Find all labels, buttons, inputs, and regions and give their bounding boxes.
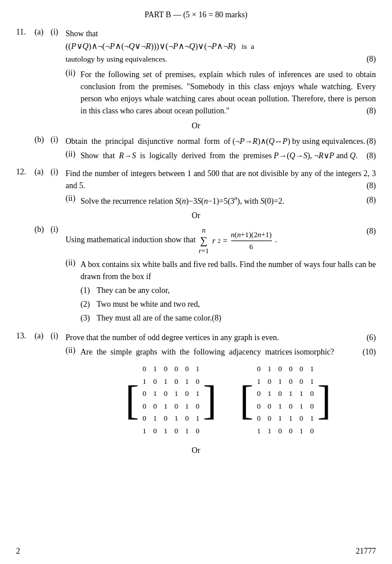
q12a-ii-sub: (ii) bbox=[66, 194, 80, 203]
q11a-ii-marks: (8) bbox=[367, 105, 376, 117]
q12a-i-content: Find the number of integers between 1 an… bbox=[66, 167, 376, 192]
q11b-row: (b) (i) Obtain the principal disjunctive… bbox=[34, 135, 376, 147]
q12b-ii-sub1: (1) They can be any color, bbox=[80, 284, 376, 296]
q12a-part: (a) bbox=[34, 167, 51, 177]
question-12: 12. (a) (i) Find the number of integers … bbox=[16, 167, 376, 326]
q12b-ii-sub: (ii) bbox=[66, 258, 80, 268]
q11-row: 11. (a) (i) Show that ((P∨Q)∧¬(¬P∧(¬Q∨¬R… bbox=[16, 28, 376, 66]
page-number: 2 bbox=[16, 547, 20, 556]
or-divider-2: Or bbox=[16, 211, 376, 220]
question-13: 13. (a) (i) Prove that the number of odd… bbox=[16, 331, 376, 455]
doc-number: 21777 bbox=[356, 547, 376, 556]
q11a-i-formula: ((P∨Q)∧¬(¬P∧(¬Q∨¬R)))∨(¬P∧¬Q)∨(¬P∧¬R) is… bbox=[66, 40, 376, 66]
q11b-ii-row: (ii) Show that R→S is logically derived … bbox=[66, 150, 376, 162]
matrices-container: [ 010001 101010 010101 001010 010101 101… bbox=[80, 363, 376, 437]
q12b-ii-sub2: (2) Two must be white and two red, bbox=[80, 298, 376, 310]
q13a-i-content: Prove that the number of odd degree vert… bbox=[66, 331, 376, 344]
q12b-i-row: (b) (i) Using mathematical induction sho… bbox=[34, 225, 376, 256]
q12b-ii-marks: (8) bbox=[212, 312, 221, 324]
q12-num: 12. bbox=[16, 167, 34, 177]
q11b-ii-sub: (ii) bbox=[66, 150, 80, 159]
q11b-i-content: Obtain the principal disjunctive normal … bbox=[66, 135, 376, 147]
q12a-i-marks: (8) bbox=[367, 180, 376, 192]
matrix-2: [ 010001 101001 010110 001010 001101 110… bbox=[240, 363, 331, 437]
matrix-1: [ 010001 101010 010101 001010 010101 101… bbox=[125, 363, 217, 437]
matrix-1-table: 010001 101010 010101 001010 010101 10101… bbox=[139, 363, 203, 437]
q12b-i-sub: (i) bbox=[51, 225, 66, 234]
q12b-i-content: Using mathematical induction show that n… bbox=[66, 225, 376, 256]
q13-row: 13. (a) (i) Prove that the number of odd… bbox=[16, 331, 376, 344]
q12a-ii-row: (ii) Solve the recurrence relation S(n)−… bbox=[66, 194, 376, 207]
or-divider-1: Or bbox=[16, 121, 376, 131]
q12a-ii-content: Solve the recurrence relation S(n)−3S(n−… bbox=[80, 194, 376, 207]
q11b-ii-marks: (8) bbox=[367, 150, 376, 162]
q11a-ii-sub: (ii) bbox=[66, 68, 80, 78]
q12b-ii-row: (ii) A box contains six white balls and … bbox=[66, 258, 376, 326]
matrix-2-table: 010001 101001 010110 001010 001101 11001… bbox=[253, 363, 317, 437]
q13a-ii-sub: (ii) bbox=[66, 346, 80, 355]
q12b-ii-sub3: (3) They must all are of the same color.… bbox=[80, 312, 376, 324]
q13a-ii-content: Are the simple graphs with the following… bbox=[80, 346, 376, 441]
q12b-i-marks: (8) bbox=[367, 225, 376, 237]
q13a-ii-row: (ii) Are the simple graphs with the foll… bbox=[66, 346, 376, 441]
q12-row: 12. (a) (i) Find the number of integers … bbox=[16, 167, 376, 192]
page-header: PART B — (5 × 16 = 80 marks) bbox=[16, 10, 376, 20]
q11a-i-marks: (8) bbox=[367, 53, 376, 66]
question-11: 11. (a) (i) Show that ((P∨Q)∧¬(¬P∧(¬Q∨¬R… bbox=[16, 28, 376, 162]
q11b-i-marks: (8) bbox=[367, 135, 376, 147]
q12b-part: (b) bbox=[34, 225, 51, 234]
q11a-i-sub: (i) bbox=[51, 28, 66, 37]
header-title: PART B — (5 × 16 = 80 marks) bbox=[144, 10, 247, 19]
q11b-ii-content: Show that R→S is logically derived from … bbox=[80, 150, 376, 162]
q11b-part: (b) bbox=[34, 135, 51, 144]
q11a-part: (a) bbox=[34, 28, 51, 37]
or-divider-3: Or bbox=[16, 446, 376, 455]
q12a-ii-marks: (8) bbox=[367, 194, 376, 206]
q13-num: 13. bbox=[16, 331, 34, 341]
q11b-i-sub: (i) bbox=[51, 135, 66, 144]
q13a-part: (a) bbox=[34, 331, 51, 341]
q12b-ii-content: A box contains six white balls and five … bbox=[80, 258, 376, 326]
q13a-i-marks: (6) bbox=[367, 331, 376, 344]
q11a-i-content: Show that ((P∨Q)∧¬(¬P∧(¬Q∨¬R)))∨(¬P∧¬Q)∨… bbox=[66, 28, 376, 66]
q12a-i-sub: (i) bbox=[51, 167, 66, 177]
q13a-ii-marks: (10) bbox=[363, 346, 376, 358]
q11a-ii-content: For the following set of premises, expla… bbox=[80, 68, 376, 117]
page-footer: 2 21777 bbox=[0, 547, 392, 556]
q11-num: 11. bbox=[16, 28, 34, 37]
q13a-i-sub: (i) bbox=[51, 331, 66, 341]
q11a-ii-row: (ii) For the following set of premises, … bbox=[66, 68, 376, 117]
